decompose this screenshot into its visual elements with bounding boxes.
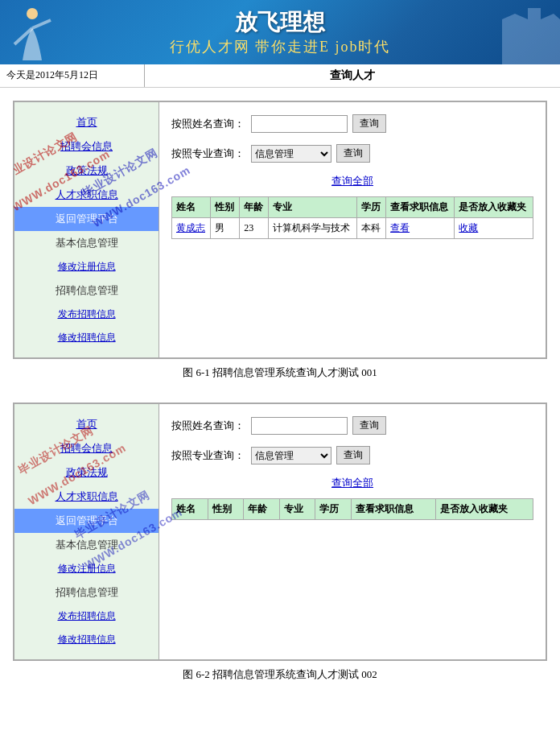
section-1: 毕业设计论文网 WWW.doc163.com 毕业设计论文网 WWW.doc16… (0, 88, 560, 390)
query-all-link-1[interactable]: 查询全部 (171, 174, 533, 188)
sidebar-1-recruit[interactable]: 招聘会信息 (14, 134, 159, 159)
sidebar-1-basic-info: 基本信息管理 (14, 231, 159, 255)
sidebar-2-return[interactable]: 返回管理平台 (14, 509, 159, 533)
cell-gender: 男 (211, 218, 240, 239)
header: 放飞理想 行优人才网 带你走进E job时代 (0, 0, 560, 64)
sidebar-2-recruit-mgr: 招聘信息管理 (14, 580, 159, 605)
table-1-header-row: 姓名 性别 年龄 专业 学历 查看求职信息 是否放入收藏夹 (172, 197, 533, 218)
page-title: 查询人才 (145, 64, 560, 87)
col2-collect: 是否放入收藏夹 (436, 499, 533, 520)
header-text: 放飞理想 行优人才网 带你走进E job时代 (170, 8, 391, 56)
cell-collect: 收藏 (455, 218, 533, 239)
view-link[interactable]: 查看 (390, 222, 410, 233)
section-2-box: 毕业设计论文网 WWW.doc163.com 毕业设计论文网 WWW.doc16… (13, 403, 547, 661)
col-age: 年龄 (240, 197, 269, 218)
sidebar-1-policy[interactable]: 政策法规 (14, 159, 159, 183)
search-major-btn-2[interactable]: 查询 (336, 446, 370, 464)
sidebar-2-post[interactable]: 发布招聘信息 (14, 605, 159, 628)
col2-major: 专业 (279, 499, 315, 520)
search-name-label-1: 按照姓名查询： (171, 117, 245, 131)
sidebar-1-edit-recruit[interactable]: 修改招聘信息 (14, 326, 159, 349)
col-major: 专业 (269, 197, 357, 218)
header-main-title: 放飞理想 (170, 8, 391, 37)
section-1-box: 毕业设计论文网 WWW.doc163.com 毕业设计论文网 WWW.doc16… (13, 101, 547, 359)
content-1: 按照姓名查询： 查询 按照专业查询： 信息管理 查询 查询全部 (159, 102, 546, 357)
sidebar-2-basic-info: 基本信息管理 (14, 533, 159, 557)
search-name-label-2: 按照姓名查询： (171, 419, 245, 433)
main-layout-1: 首页 招聘会信息 政策法规 人才求职信息 返回管理平台 基本信息管理 修改注册信… (14, 101, 546, 358)
figure-caption-2: 图 6-2 招聘信息管理系统查询人才测试 002 (6, 661, 554, 685)
content-2: 按照姓名查询： 查询 按照专业查询： 信息管理 查询 查询全部 (159, 404, 546, 659)
sidebar-2-home[interactable]: 首页 (14, 412, 159, 436)
table-row: 黄成志 男 23 计算机科学与技术 本科 查看 收藏 (172, 218, 533, 239)
search-name-row-1: 按照姓名查询： 查询 (171, 114, 533, 133)
sidebar-1-post[interactable]: 发布招聘信息 (14, 303, 159, 326)
search-major-label-2: 按照专业查询： (171, 448, 245, 463)
cell-edu: 本科 (357, 218, 386, 239)
sidebar-2-edit-reg[interactable]: 修改注册信息 (14, 557, 159, 580)
sidebar-2-talent[interactable]: 人才求职信息 (14, 485, 159, 509)
page-wrapper: 放飞理想 行优人才网 带你走进E job时代 今天是2012年5月12日 查询人… (0, 0, 560, 692)
cell-view: 查看 (386, 218, 455, 239)
search-name-btn-2[interactable]: 查询 (352, 416, 386, 435)
col-edu: 学历 (357, 197, 386, 218)
sidebar-1-edit-reg[interactable]: 修改注册信息 (14, 255, 159, 279)
collect-link[interactable]: 收藏 (459, 222, 478, 233)
search-major-select-1[interactable]: 信息管理 (251, 145, 331, 163)
cell-major: 计算机科学与技术 (269, 218, 357, 239)
col2-age: 年龄 (244, 499, 280, 520)
sidebar-1: 首页 招聘会信息 政策法规 人才求职信息 返回管理平台 基本信息管理 修改注册信… (14, 102, 159, 357)
search-major-row-1: 按照专业查询： 信息管理 查询 (171, 144, 533, 163)
search-major-row-2: 按照专业查询： 信息管理 查询 (171, 446, 533, 464)
svg-point-0 (27, 8, 38, 19)
name-link[interactable]: 黄成志 (176, 222, 205, 233)
sidebar-1-home[interactable]: 首页 (14, 110, 159, 134)
col2-view: 查看求职信息 (351, 499, 436, 520)
search-major-select-2[interactable]: 信息管理 (251, 447, 331, 464)
figure-caption-1: 图 6-1 招聘信息管理系统查询人才测试 001 (6, 359, 554, 383)
search-major-btn-1[interactable]: 查询 (336, 144, 370, 163)
col-view: 查看求职信息 (386, 197, 455, 218)
cell-age: 23 (240, 218, 269, 239)
search-name-input-1[interactable] (251, 115, 348, 133)
sidebar-1-recruit-mgr: 招聘信息管理 (14, 279, 159, 303)
header-building-decoration (496, 8, 560, 64)
date-bar: 今天是2012年5月12日 查询人才 (0, 64, 560, 88)
table-2-header-row: 姓名 性别 年龄 专业 学历 查看求职信息 是否放入收藏夹 (172, 499, 533, 520)
header-person-icon (6, 4, 59, 64)
sidebar-1-return[interactable]: 返回管理平台 (14, 207, 159, 231)
result-table-1: 姓名 性别 年龄 专业 学历 查看求职信息 是否放入收藏夹 黄成 (171, 196, 533, 239)
date-label: 今天是2012年5月12日 (0, 64, 145, 87)
sidebar-2: 首页 招聘会信息 政策法规 人才求职信息 返回管理平台 基本信息管理 修改注册信… (14, 404, 159, 659)
svg-line-2 (32, 20, 51, 28)
sidebar-2-policy[interactable]: 政策法规 (14, 460, 159, 485)
sidebar-2-recruit[interactable]: 招聘会信息 (14, 436, 159, 460)
search-name-row-2: 按照姓名查询： 查询 (171, 416, 533, 435)
col-collect: 是否放入收藏夹 (455, 197, 533, 218)
sidebar-2-edit-recruit[interactable]: 修改招聘信息 (14, 628, 159, 651)
query-all-link-2[interactable]: 查询全部 (171, 476, 533, 490)
main-layout-2: 首页 招聘会信息 政策法规 人才求职信息 返回管理平台 基本信息管理 修改注册信… (14, 403, 546, 660)
col2-edu: 学历 (315, 499, 352, 520)
section-2: 毕业设计论文网 WWW.doc163.com 毕业设计论文网 WWW.doc16… (0, 390, 560, 692)
sidebar-1-talent[interactable]: 人才求职信息 (14, 183, 159, 207)
search-name-input-2[interactable] (251, 417, 348, 435)
col2-gender: 性别 (208, 499, 244, 520)
col-gender: 性别 (211, 197, 240, 218)
col2-name: 姓名 (172, 499, 208, 520)
search-major-label-1: 按照专业查询： (171, 147, 245, 161)
col-name: 姓名 (172, 197, 211, 218)
result-table-2: 姓名 性别 年龄 专业 学历 查看求职信息 是否放入收藏夹 (171, 498, 533, 520)
cell-name: 黄成志 (172, 218, 211, 239)
search-name-btn-1[interactable]: 查询 (352, 114, 386, 133)
header-subtitle: 行优人才网 带你走进E job时代 (170, 37, 391, 56)
